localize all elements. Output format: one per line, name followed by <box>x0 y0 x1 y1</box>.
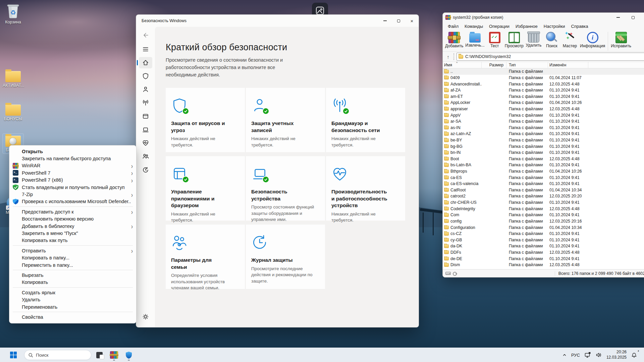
context-menu-item[interactable]: › <box>13 287 133 288</box>
sidebar-item-protection-history[interactable] <box>139 164 152 176</box>
AdvancedInstall...[interactable]: AdvancedInstall... Папка с файлами 12.03… <box>443 81 644 87</box>
az-Latn-AZ[interactable]: az-Latn-AZ Папка с файлами 01.10.2024 9:… <box>443 131 644 137</box>
config[interactable]: config Папка с файлами 12.03.2025 20:16 <box>443 218 644 225</box>
notifications-button[interactable]: z <box>630 349 639 361</box>
column-header-name[interactable]: Имя ^ <box>443 62 482 68</box>
sidebar-menu-button[interactable] <box>139 44 152 55</box>
search-input[interactable]: Поиск <box>24 350 91 360</box>
catroot2[interactable]: catroot2 Папка с файлами 12.03.2025 20:2… <box>443 193 644 199</box>
ca-ES[interactable]: ca-ES Папка с файлами 01.10.2024 9:41 <box>443 174 644 181</box>
maximize-button[interactable] <box>626 13 641 22</box>
cs-CZ[interactable]: cs-CZ Папка с файлами 01.10.2024 9:41 <box>443 231 644 237</box>
ar-SA[interactable]: ar-SA Папка с файлами 01.10.2024 9:41 <box>443 118 644 125</box>
network-button[interactable] <box>583 349 593 361</box>
context-menu-item[interactable]: Создать ярлык › <box>9 289 136 296</box>
menu-bar-item[interactable]: Команды <box>462 23 486 30</box>
start-button[interactable] <box>7 349 20 361</box>
context-menu-item[interactable]: Копировать как путь › <box>9 237 136 244</box>
card-account-protection[interactable]: Защита учетных записей Никаких действий … <box>246 88 325 152</box>
card-app-browser-control[interactable]: Управление приложениями и браузером Ника… <box>166 156 245 221</box>
CatRoot[interactable]: CatRoot Папка с файлами 01.04.2024 10:34 <box>443 187 644 193</box>
0409[interactable]: 0409 Папка с файлами 01.04.2024 11:07 <box>443 75 644 81</box>
hidden-icons-button[interactable] <box>561 349 568 361</box>
context-menu-item[interactable]: Закрепить в меню "Пуск" › <box>9 230 136 237</box>
menu-bar-item[interactable]: Файл <box>445 23 462 30</box>
be-BY[interactable]: be-BY Папка с файлами 01.10.2024 9:41 <box>443 137 644 143</box>
menu-bar-item[interactable]: Операции <box>486 23 513 30</box>
sidebar-item-device-security[interactable] <box>139 124 152 135</box>
maximize-button[interactable] <box>392 15 405 27</box>
sidebar-item-app-browser-control[interactable] <box>139 111 152 122</box>
context-menu-item[interactable]: Удалить › <box>9 296 136 303</box>
taskbar-app-squares[interactable] <box>93 349 106 361</box>
context-menu-item[interactable]: 7-Zip › <box>9 191 136 198</box>
column-header-modified[interactable]: Изменён <box>548 62 588 68</box>
address-combobox[interactable]: C:\WINDOWS\system32 <box>457 53 644 61</box>
context-menu-item[interactable]: Проверка с использованием Microsoft Defe… <box>9 198 136 205</box>
context-menu-item[interactable]: › <box>13 245 133 246</box>
toolbar-button[interactable]: Добавить <box>444 31 464 48</box>
context-menu-item[interactable]: Переименовать › <box>9 303 136 310</box>
toolbar-button[interactable]: Мастер <box>561 31 579 48</box>
context-menu-item[interactable]: Закрепить на панели быстрого доступа › <box>9 155 136 162</box>
desktop-icon-aktivat[interactable]: АКТИВАТ... <box>3 69 23 88</box>
Com[interactable]: Com Папка с файлами 01.10.2024 9:41 <box>443 212 644 218</box>
menu-bar-item[interactable]: Справка <box>568 23 591 30</box>
sidebar-item-family-options[interactable] <box>139 151 152 162</box>
AppV[interactable]: AppV Папка с файлами 01.10.2024 9:41 <box>443 112 644 118</box>
context-menu-item[interactable]: Переместить в папку... › <box>9 261 136 268</box>
winrar-title-bar[interactable]: system32 (пробная копия) <box>443 13 644 22</box>
context-menu-item[interactable]: WinRAR › <box>9 162 136 169</box>
da-DK[interactable]: da-DK Папка с файлами 01.10.2024 9:41 <box>443 243 644 249</box>
context-menu-item[interactable]: Восстановить прежнюю версию › <box>9 216 136 223</box>
sidebar-item-firewall[interactable] <box>139 97 152 109</box>
settings-button[interactable] <box>139 311 152 322</box>
sidebar-item-device-performance[interactable] <box>139 137 152 149</box>
card-device-security[interactable]: Безопасность устройства Просмотр состоян… <box>246 156 325 221</box>
drag-handle[interactable] <box>453 53 455 60</box>
context-menu-item[interactable]: Отправить › <box>9 247 136 254</box>
appraiser[interactable]: appraiser Папка с файлами 12.03.2025 4:4… <box>443 106 644 112</box>
context-menu-item[interactable]: Свойства › <box>9 313 136 320</box>
Bthprops[interactable]: Bthprops Папка с файлами 01.04.2024 10:2… <box>443 168 644 175</box>
bg-BG[interactable]: bg-BG Папка с файлами 01.10.2024 9:41 <box>443 143 644 149</box>
am-ET[interactable]: am-ET Папка с файлами 01.10.2024 9:41 <box>443 93 644 100</box>
de-DE[interactable]: de-DE Папка с файлами 01.10.2024 9:41 <box>443 255 644 262</box>
toolbar-button[interactable]: Удалить <box>525 31 543 48</box>
key-icon[interactable] <box>452 271 457 276</box>
language-indicator[interactable]: РУС <box>570 349 582 361</box>
minimize-button[interactable] <box>610 13 626 22</box>
context-menu-item[interactable]: Копировать в папку... › <box>9 254 136 261</box>
menu-bar-item[interactable]: Избранное <box>513 23 541 30</box>
menu-bar-item[interactable]: Настройки <box>541 23 568 30</box>
sidebar-item-account-protection[interactable] <box>139 84 152 95</box>
..[interactable]: .. Папка с файлами <box>443 68 644 75</box>
bs-Latn-BA[interactable]: bs-Latn-BA Папка с файлами 01.10.2024 9:… <box>443 162 644 168</box>
as-IN[interactable]: as-IN Папка с файлами 01.10.2024 9:41 <box>443 124 644 131</box>
context-menu-item[interactable]: PowerShell 7 (x86) › <box>9 177 136 184</box>
AppLocker[interactable]: AppLocker Папка с файлами 01.04.2024 10:… <box>443 100 644 106</box>
DDFs[interactable]: DDFs Папка с файлами 12.03.2025 4:48 <box>443 249 644 256</box>
toolbar-button[interactable]: Тест <box>486 31 504 48</box>
Boot[interactable]: Boot Папка с файлами 12.03.2025 4:48 <box>443 156 644 162</box>
taskbar-app-winrar[interactable] <box>107 349 121 361</box>
context-menu-item[interactable]: Добавить в библиотеку › <box>9 223 136 230</box>
card-firewall-network[interactable]: Брандмауэр и безопасность сети Никаких д… <box>326 88 405 152</box>
drive-icon[interactable] <box>445 272 451 275</box>
Dism[interactable]: Dism Папка с файлами 12.03.2025 4:48 <box>443 262 644 268</box>
chr-CHER-US[interactable]: chr-CHER-US Папка с файлами 01.10.2024 9… <box>443 199 644 206</box>
context-menu-item[interactable]: › <box>13 270 133 270</box>
cy-GB[interactable]: cy-GB Папка с файлами 01.10.2024 9:41 <box>443 237 644 243</box>
card-protection-history[interactable]: Журнал защиты Просмотрите последние дейс… <box>246 225 325 289</box>
toolbar-button[interactable]: Просмотр <box>504 31 525 48</box>
minimize-button[interactable] <box>378 15 392 27</box>
desktop-icon-bonusy[interactable]: БОНУСЫ <box>3 103 23 122</box>
security-title-bar[interactable]: Безопасность Windows × <box>136 15 419 27</box>
context-menu-item[interactable]: PowerShell 7 › <box>9 169 136 176</box>
column-header-size[interactable]: Размер <box>482 62 506 68</box>
card-device-performance[interactable]: Производительность и работоспособность у… <box>326 156 405 221</box>
context-menu-item[interactable]: Открыть › <box>9 148 136 155</box>
up-directory-button[interactable]: ↑ <box>444 53 452 61</box>
toolbar-button[interactable] <box>608 32 608 51</box>
back-button[interactable] <box>139 29 152 41</box>
